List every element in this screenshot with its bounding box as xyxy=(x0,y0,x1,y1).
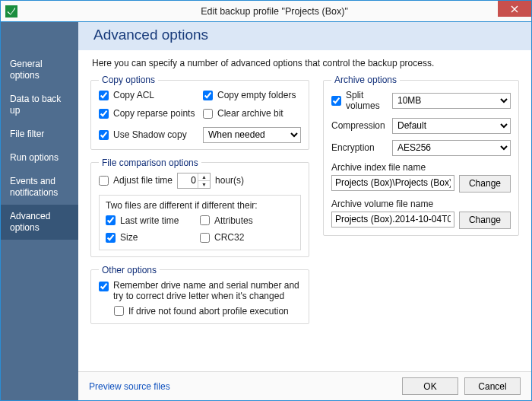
checkbox-copy-reparse-points[interactable]: Copy reparse points xyxy=(99,108,197,119)
checkbox-copy-empty-folders-input[interactable] xyxy=(203,91,213,100)
checkbox-size-input[interactable] xyxy=(106,233,116,243)
sidebar-item-advanced-options[interactable]: Advanced options xyxy=(1,205,78,240)
sidebar-item-run-options[interactable]: Run options xyxy=(1,146,78,170)
right-pane: Advanced options Here you can specify a … xyxy=(78,22,531,400)
app-icon xyxy=(5,5,17,18)
spinner-arrows: ▲ ▼ xyxy=(198,173,210,188)
checkbox-last-write-time-label: Last write time xyxy=(120,215,179,226)
select-split-volumes[interactable]: 10MB xyxy=(392,93,511,109)
content: Here you can specify a number of advance… xyxy=(78,50,531,371)
checkbox-attributes-input[interactable] xyxy=(200,215,210,225)
sidebar-item-events-and-notifications[interactable]: Events and notifications xyxy=(1,170,78,205)
spinner-adjust-hours-input[interactable] xyxy=(178,173,198,188)
body: General options Data to back up File fil… xyxy=(1,22,531,400)
checkbox-abort-if-not-found[interactable]: If drive not found abort profile executi… xyxy=(114,306,301,317)
page-header: Advanced options xyxy=(78,22,531,50)
checkbox-last-write-time-input[interactable] xyxy=(106,215,116,225)
checkbox-copy-acl-label: Copy ACL xyxy=(113,90,154,100)
checkbox-use-shadow-copy-input[interactable] xyxy=(99,130,109,140)
group-copy-options: Copy options Copy ACL Copy empty folders xyxy=(90,75,309,150)
close-button[interactable] xyxy=(498,1,531,17)
footer: Preview source files OK Cancel xyxy=(78,371,531,400)
checkbox-remember-drive-label: Remember drive name and serial number an… xyxy=(113,280,301,302)
checkbox-last-write-time[interactable]: Last write time xyxy=(106,215,200,226)
intro-text: Here you can specify a number of advance… xyxy=(92,58,519,68)
checkbox-copy-empty-folders[interactable]: Copy empty folders xyxy=(203,90,301,100)
checkbox-abort-if-not-found-input[interactable] xyxy=(114,306,124,316)
checkbox-abort-if-not-found-label: If drive not found abort profile executi… xyxy=(128,306,289,317)
label-hours-unit: hour(s) xyxy=(215,175,244,186)
sidebar-item-file-filter[interactable]: File filter xyxy=(1,123,78,146)
checkbox-clear-archive-bit[interactable]: Clear archive bit xyxy=(203,108,301,119)
window: Edit backup profile "Projects (Box)" Gen… xyxy=(0,0,532,401)
checkbox-adjust-file-time-label: Adjust file time xyxy=(113,175,173,186)
checkbox-crc32[interactable]: CRC32 xyxy=(200,232,294,243)
field-archive-index: Archive index file name Change xyxy=(331,162,511,193)
checkbox-split-volumes-input[interactable] xyxy=(331,96,341,106)
spinner-down-icon[interactable]: ▼ xyxy=(198,181,210,188)
checkbox-attributes[interactable]: Attributes xyxy=(200,215,294,226)
select-compression[interactable]: Default xyxy=(392,118,511,134)
legend-other-options: Other options xyxy=(99,265,160,275)
checkbox-attributes-label: Attributes xyxy=(214,215,253,226)
checkbox-remember-drive-input[interactable] xyxy=(99,282,109,291)
checkbox-clear-archive-bit-label: Clear archive bit xyxy=(217,108,283,119)
checkbox-copy-reparse-points-label: Copy reparse points xyxy=(113,108,195,119)
window-title: Edit backup profile "Projects (Box)" xyxy=(17,6,531,17)
input-archive-index[interactable] xyxy=(331,175,454,191)
ok-button[interactable]: OK xyxy=(402,377,458,395)
label-compression: Compression xyxy=(331,120,392,131)
group-other-options: Other options Remember drive name and se… xyxy=(90,265,309,324)
group-archive-options: Archive options Split volumes 10MB Compr… xyxy=(323,75,519,236)
legend-file-comparison: File comparison options xyxy=(99,158,201,168)
page-title: Advanced options xyxy=(93,27,519,43)
spinner-adjust-hours[interactable]: ▲ ▼ xyxy=(177,173,211,189)
button-change-volume[interactable]: Change xyxy=(459,212,511,229)
checkbox-adjust-file-time[interactable]: Adjust file time xyxy=(99,175,173,186)
checkbox-remember-drive[interactable]: Remember drive name and serial number an… xyxy=(99,280,301,302)
checkbox-use-shadow-copy-label: Use Shadow copy xyxy=(113,129,187,140)
checkbox-copy-empty-folders-label: Copy empty folders xyxy=(217,90,296,100)
checkbox-copy-reparse-points-input[interactable] xyxy=(99,109,109,119)
input-archive-volume[interactable] xyxy=(331,212,454,228)
link-preview-source-files[interactable]: Preview source files xyxy=(89,381,170,392)
close-icon xyxy=(511,5,518,13)
titlebar: Edit backup profile "Projects (Box)" xyxy=(1,1,531,22)
sidebar: General options Data to back up File fil… xyxy=(1,22,78,400)
legend-copy-options: Copy options xyxy=(99,75,158,85)
sidebar-item-data-to-back-up[interactable]: Data to back up xyxy=(1,88,78,123)
checkbox-adjust-file-time-input[interactable] xyxy=(99,176,109,186)
label-archive-index: Archive index file name xyxy=(331,162,511,173)
spinner-up-icon[interactable]: ▲ xyxy=(198,173,210,181)
column-left: Copy options Copy ACL Copy empty folders xyxy=(90,75,309,332)
checkbox-size-label: Size xyxy=(120,232,138,243)
checkbox-use-shadow-copy[interactable]: Use Shadow copy xyxy=(99,129,197,140)
checkbox-crc32-label: CRC32 xyxy=(214,232,244,243)
checkbox-crc32-input[interactable] xyxy=(200,233,210,243)
select-shadow-mode[interactable]: When needed xyxy=(203,127,301,143)
checkbox-copy-acl[interactable]: Copy ACL xyxy=(99,90,197,100)
subgroup-title: Two files are different if different the… xyxy=(106,200,294,211)
group-file-comparison: File comparison options Adjust file time xyxy=(90,158,309,257)
checkbox-split-volumes[interactable]: Split volumes xyxy=(331,90,392,112)
checkbox-split-volumes-label: Split volumes xyxy=(346,90,392,112)
columns: Copy options Copy ACL Copy empty folders xyxy=(90,75,519,332)
button-change-index[interactable]: Change xyxy=(459,175,511,193)
cancel-button[interactable]: Cancel xyxy=(464,377,521,395)
checkbox-copy-acl-input[interactable] xyxy=(99,91,109,100)
legend-archive-options: Archive options xyxy=(331,75,400,85)
sidebar-item-general-options[interactable]: General options xyxy=(1,53,78,88)
checkbox-clear-archive-bit-input[interactable] xyxy=(203,109,213,119)
column-right: Archive options Split volumes 10MB Compr… xyxy=(323,75,519,332)
select-encryption[interactable]: AES256 xyxy=(392,140,511,156)
field-archive-volume: Archive volume file name Change xyxy=(331,199,511,229)
label-archive-volume: Archive volume file name xyxy=(331,199,511,209)
label-encryption: Encryption xyxy=(331,142,392,153)
checkbox-size[interactable]: Size xyxy=(106,232,200,243)
subgroup-diff-criteria: Two files are different if different the… xyxy=(99,195,301,250)
